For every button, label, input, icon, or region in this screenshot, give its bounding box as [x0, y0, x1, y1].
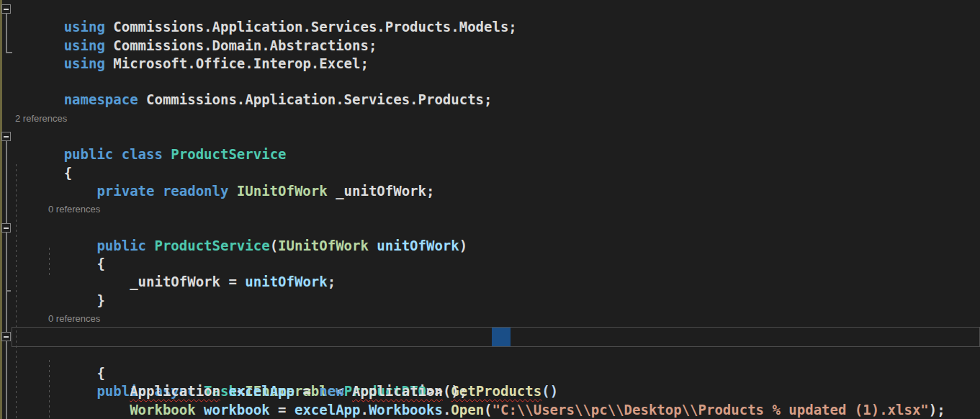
- type-with-error: Application: [130, 383, 220, 399]
- namespace-path: Commissions.Domain.Abstractions;: [105, 37, 377, 53]
- keyword: public class: [64, 146, 163, 162]
- collapse-class-icon[interactable]: [1, 132, 11, 141]
- space: [344, 383, 352, 399]
- codelens-label: 0 references: [48, 313, 100, 324]
- parameter: unitOfWork: [245, 274, 327, 289]
- field-assignment: _unitOfWork =: [64, 274, 246, 289]
- fold-region-end-constructor: [6, 290, 11, 292]
- fold-region-line-usings: [6, 14, 7, 52]
- code-line-namespace[interactable]: namespace Commissions.Application.Servic…: [0, 73, 980, 91]
- fold-region-line-class: [6, 141, 7, 419]
- interface-type: Workbook: [130, 402, 196, 418]
- brace: {: [64, 165, 72, 181]
- code-editor[interactable]: using Commissions.Application.Services.P…: [0, 0, 980, 419]
- field-name: _unitOfWork;: [328, 183, 435, 199]
- highlighted-parens: (): [541, 383, 558, 399]
- namespace-path: Commissions.Application.Services.Product…: [105, 19, 517, 35]
- minus-icon: [4, 136, 9, 138]
- local-variable: excelApp: [295, 402, 361, 418]
- brace: {: [64, 365, 105, 381]
- code-line-open-brace[interactable]: {: [0, 346, 980, 364]
- codelens-class-references[interactable]: 2 references: [0, 109, 980, 127]
- parameter: unitOfWork: [369, 238, 459, 253]
- brace: }: [64, 292, 105, 308]
- keyword: public: [64, 238, 146, 253]
- code-line-constructor[interactable]: public ProductService(IUnitOfWork unitOf…: [0, 219, 980, 237]
- indent: [64, 402, 130, 418]
- brace: {: [64, 256, 105, 271]
- code-line-excel-app[interactable]: Application excelApp = new Application()…: [0, 364, 980, 382]
- collapse-method-icon[interactable]: [1, 332, 11, 341]
- paren: (: [484, 402, 492, 418]
- codelens-label: 0 references: [48, 204, 100, 215]
- code-line-field[interactable]: private readonly IUnitOfWork _unitOfWork…: [0, 164, 980, 182]
- class-name: ProductService: [163, 146, 287, 162]
- keyword: private readonly: [64, 183, 229, 199]
- namespace-path: Microsoft.Office.Interop.Excel;: [105, 55, 369, 71]
- operator: =: [295, 383, 319, 399]
- interface-type: IUnitOfWork: [228, 183, 327, 199]
- code-line-class-declaration[interactable]: public class ProductService: [0, 127, 980, 145]
- minus-icon: [4, 227, 9, 229]
- local-variable: workbook: [196, 402, 270, 418]
- type-with-error: Application: [352, 383, 443, 399]
- minus-icon: [4, 9, 9, 10]
- code-line-blank[interactable]: [0, 292, 980, 310]
- local-variable: excelApp: [220, 383, 295, 399]
- codelens-method-references[interactable]: 0 references: [0, 310, 980, 328]
- string-literal-file-path: "C:\\Users\\pc\\Desktop\\Products % upda…: [493, 402, 929, 418]
- namespace-path: Commissions.Application.Services.Product…: [138, 91, 493, 107]
- fold-region-end-usings: [6, 52, 12, 53]
- constructor-name: ProductService: [146, 238, 270, 253]
- code-line-method-declaration[interactable]: public async Task<IEnumerable<ProductDTO…: [0, 328, 980, 346]
- code-line-assignment[interactable]: _unitOfWork = unitOfWork;: [0, 255, 980, 273]
- selection-highlight: [492, 328, 511, 346]
- code-line-using-1[interactable]: using Commissions.Application.Services.P…: [0, 0, 980, 18]
- keyword: using: [64, 37, 105, 53]
- collapse-constructor-icon[interactable]: [1, 223, 11, 233]
- property: Workbooks: [369, 402, 443, 418]
- codelens-ctor-references[interactable]: 0 references: [0, 200, 980, 218]
- method-name: Open: [451, 402, 484, 418]
- keyword: using: [64, 55, 105, 71]
- semicolon: ;: [328, 274, 336, 289]
- keyword: using: [64, 19, 105, 35]
- paren-semicolon: );: [929, 402, 945, 418]
- keyword: new: [319, 383, 343, 399]
- paren: ): [459, 238, 467, 253]
- dot: .: [360, 402, 368, 418]
- dot: .: [443, 402, 451, 418]
- minus-icon: [4, 336, 9, 338]
- collapse-usings-icon[interactable]: [1, 4, 11, 14]
- operator: =: [270, 402, 295, 418]
- keyword: namespace: [64, 91, 138, 107]
- code-area[interactable]: using Commissions.Application.Services.P…: [0, 0, 980, 419]
- codelens-label: 2 references: [15, 113, 67, 124]
- interface-type: IUnitOfWork: [278, 238, 369, 253]
- paren: (: [270, 238, 278, 253]
- parens-semicolon: ();: [443, 383, 467, 399]
- indent: [64, 383, 130, 399]
- modified-lines-strip: [0, 0, 2, 419]
